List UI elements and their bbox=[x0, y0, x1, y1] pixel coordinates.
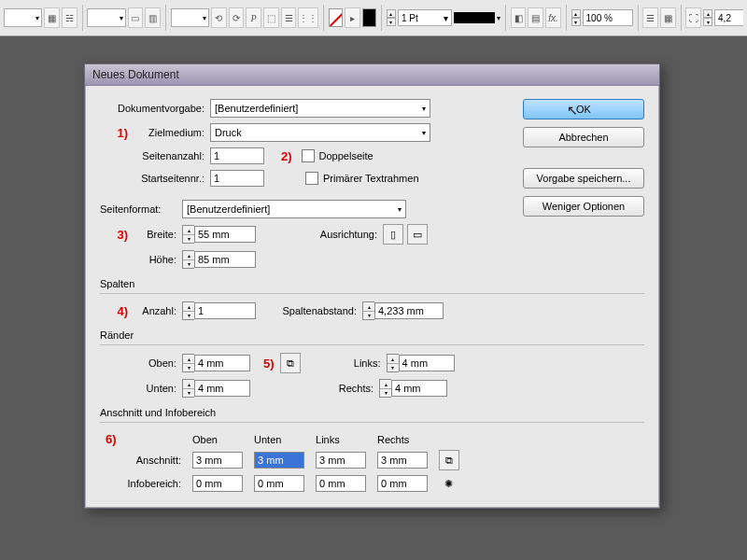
startseitennr-label: Startseitennr.: bbox=[100, 173, 210, 184]
fill-none-icon[interactable] bbox=[329, 8, 343, 27]
fewer-options-button[interactable]: Weniger Optionen bbox=[523, 196, 644, 217]
toolbar-btn[interactable]: ☰ bbox=[642, 7, 658, 28]
fx-icon[interactable]: fx. bbox=[545, 7, 561, 28]
cancel-button[interactable]: Abbrechen bbox=[523, 127, 644, 147]
infobereich-label: Infobereich: bbox=[122, 472, 187, 495]
hoehe-input[interactable]: ▴▾ 85 mm bbox=[182, 250, 256, 269]
col-unten: Unten bbox=[248, 430, 310, 448]
toolbar-btn[interactable]: ▭ bbox=[128, 7, 144, 28]
orientation-portrait-icon[interactable]: ▯ bbox=[383, 224, 403, 245]
bleed-table: 6) Oben Unten Links Rechts Anschnitt: 3 … bbox=[100, 430, 465, 495]
dialog-titlebar: Neues Dokument bbox=[85, 64, 659, 86]
spalten-anzahl-label: Anzahl: bbox=[128, 305, 182, 316]
breite-label: Breite: bbox=[128, 229, 182, 240]
info-links-input[interactable]: 0 mm bbox=[316, 475, 366, 492]
ausrichtung-label: Ausrichtung: bbox=[256, 229, 383, 240]
seitenanzahl-label: Seitenanzahl: bbox=[100, 150, 210, 161]
primaerer-textrahmen-checkbox[interactable]: Primärer Textrahmen bbox=[305, 172, 419, 185]
info-rechts-input[interactable]: 0 mm bbox=[377, 475, 428, 492]
seitenformat-combo[interactable]: [Benutzerdefiniert]▾ bbox=[182, 200, 406, 218]
save-preset-button[interactable]: Vorgabe speichern... bbox=[523, 168, 644, 189]
anschnitt-info-heading: Anschnitt und Infobereich bbox=[100, 407, 644, 418]
info-unten-input[interactable]: 0 mm bbox=[254, 475, 304, 492]
stroke-style-preview[interactable] bbox=[454, 12, 495, 23]
toolbar-btn[interactable]: ▦ bbox=[660, 7, 676, 28]
annotation-1: 1) bbox=[100, 126, 128, 140]
dokumentvorgabe-label: Dokumentvorgabe: bbox=[100, 103, 210, 114]
stroke-weight-control[interactable]: ▴▾ 1 Pt▾ bbox=[387, 9, 452, 26]
zielmedium-label: Zielmedium: bbox=[128, 127, 210, 138]
rand-oben-label: Oben: bbox=[100, 357, 182, 369]
stroke-weight-value: 1 Pt bbox=[402, 13, 418, 23]
toolbar-combo[interactable]: ▾ bbox=[171, 8, 209, 27]
zoom-value: 100 % bbox=[586, 13, 613, 23]
info-oben-input[interactable]: 0 mm bbox=[192, 475, 243, 492]
zielmedium-combo[interactable]: Druck▾ bbox=[210, 123, 430, 142]
link-margins-icon[interactable]: ⧉ bbox=[280, 353, 301, 373]
toolbar-btn[interactable]: ⟳ bbox=[229, 7, 245, 28]
startseitennr-input[interactable]: 1 bbox=[210, 170, 264, 187]
annotation-6: 6) bbox=[106, 432, 117, 446]
app-toolbar: ▾ ▦ ☵ ▾ ▭ ▥ ▾ ⟲ ⟳ P ⬚ ☰ ⋮⋮ ▸ ▴▾ 1 Pt▾ ▾ … bbox=[0, 0, 747, 36]
slug-preview-icon[interactable]: ✺ bbox=[439, 474, 458, 493]
anschnitt-rechts-input[interactable]: 3 mm bbox=[377, 452, 428, 469]
raender-heading: Ränder bbox=[100, 329, 644, 341]
toolbar-btn[interactable]: ⬚ bbox=[263, 7, 279, 28]
toolbar-btn[interactable]: ⟲ bbox=[211, 7, 227, 28]
col-oben: Oben bbox=[187, 430, 248, 448]
rand-unten-input[interactable]: ▴▾ 4 mm bbox=[182, 379, 250, 398]
annotation-3: 3) bbox=[100, 228, 128, 242]
annotation-4: 4) bbox=[100, 304, 128, 318]
toolbar-btn[interactable]: ▥ bbox=[145, 7, 161, 28]
toolbar-number-value: 4,2 bbox=[718, 13, 731, 23]
paragraph-icon[interactable]: P bbox=[246, 7, 261, 28]
new-document-dialog: Neues Dokument OK Abbrechen Vorgabe spei… bbox=[84, 63, 660, 509]
dialog-title: Neues Dokument bbox=[92, 68, 179, 81]
seitenanzahl-input[interactable]: 1 bbox=[210, 147, 264, 164]
spalten-heading: Spalten bbox=[100, 278, 644, 289]
anschnitt-unten-input[interactable]: 3 mm bbox=[254, 452, 304, 469]
breite-input[interactable]: ▴▾ 55 mm bbox=[182, 225, 256, 244]
rand-unten-label: Unten: bbox=[100, 383, 182, 394]
spalten-anzahl-input[interactable]: ▴▾ 1 bbox=[182, 301, 256, 320]
toolbar-number[interactable]: ▴▾ 4,2 bbox=[703, 9, 743, 26]
rand-rechts-input[interactable]: ▴▾ 4 mm bbox=[379, 379, 447, 398]
toolbar-combo[interactable]: ▾ bbox=[87, 8, 125, 27]
rand-links-label: Links: bbox=[301, 357, 387, 369]
toolbar-btn[interactable]: ☵ bbox=[62, 7, 78, 28]
cursor-icon: ↖ bbox=[567, 103, 578, 118]
fill-black-icon[interactable] bbox=[362, 8, 376, 27]
rand-links-input[interactable]: ▴▾ 4 mm bbox=[387, 354, 455, 372]
zoom-control[interactable]: ▴▾ 100 % bbox=[571, 9, 633, 26]
annotation-2: 2) bbox=[281, 149, 292, 163]
doppelseite-checkbox[interactable]: Doppelseite bbox=[302, 149, 374, 162]
dokumentvorgabe-combo[interactable]: [Benutzerdefiniert]▾ bbox=[210, 99, 430, 118]
arrow-icon[interactable]: ▸ bbox=[345, 7, 360, 28]
toolbar-btn[interactable]: ▦ bbox=[44, 7, 60, 28]
col-rechts: Rechts bbox=[372, 430, 433, 448]
ok-button[interactable]: OK bbox=[523, 99, 644, 119]
spaltenabstand-label: Spaltenabstand: bbox=[256, 305, 362, 316]
anschnitt-oben-input[interactable]: 3 mm bbox=[192, 452, 243, 469]
toolbar-btn[interactable]: ☰ bbox=[281, 7, 297, 28]
toolbar-btn[interactable]: ⋮⋮ bbox=[298, 7, 318, 28]
col-links: Links bbox=[310, 430, 372, 448]
toolbar-combo[interactable]: ▾ bbox=[4, 8, 42, 27]
link-bleed-icon[interactable]: ⧉ bbox=[439, 450, 459, 470]
toolbar-btn[interactable]: ▤ bbox=[528, 7, 543, 28]
rand-oben-input[interactable]: ▴▾ 4 mm bbox=[182, 354, 250, 372]
seitenformat-label: Seitenformat: bbox=[100, 203, 182, 215]
anschnitt-links-input[interactable]: 3 mm bbox=[316, 452, 366, 469]
toolbar-btn[interactable]: ⛶ bbox=[685, 7, 701, 28]
orientation-landscape-icon[interactable]: ▭ bbox=[407, 224, 428, 245]
annotation-5: 5) bbox=[263, 357, 275, 371]
spaltenabstand-input[interactable]: ▴▾ 4,233 mm bbox=[362, 301, 444, 320]
hoehe-label: Höhe: bbox=[128, 254, 182, 265]
toolbar-btn[interactable]: ◧ bbox=[511, 7, 527, 28]
rand-rechts-label: Rechts: bbox=[293, 383, 379, 394]
anschnitt-label: Anschnitt: bbox=[122, 448, 187, 472]
